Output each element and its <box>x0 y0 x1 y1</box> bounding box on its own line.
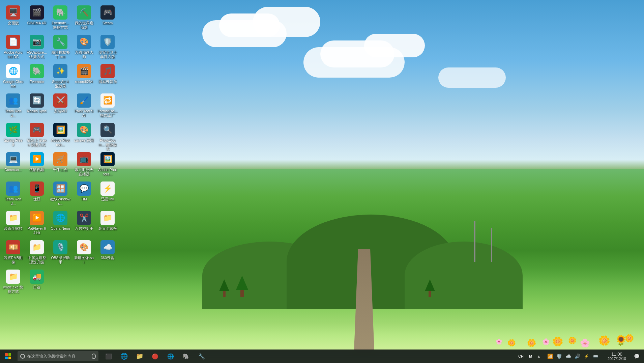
tray-cloud[interactable]: ☁️ <box>564 350 573 363</box>
desktop-icon-icon-1[interactable]: 🎬 CINEMA 4D <box>25 3 48 32</box>
icon-image-icon-25: 💻 <box>6 152 20 166</box>
desktop-icon-icon-15[interactable]: 👥 Team Rend... <box>2 91 25 120</box>
icon-label-icon-9: 没安全卫士非官方版 <box>97 50 118 59</box>
desktop-icon-icon-26[interactable]: ▶️ 优酷视频 <box>25 150 48 179</box>
desktop-icon-icon-0[interactable]: 🖥️ 桌面版 <box>2 3 25 32</box>
windows-logo-red <box>5 353 8 356</box>
desktop-icon-icon-21[interactable]: 🎮 搞站上 i9.exe 快捷方式 <box>25 121 48 149</box>
desktop-icon-icon-13[interactable]: 🎬 recordit264 <box>72 62 95 91</box>
tray-shield[interactable]: 🛡️ <box>555 350 563 363</box>
tray-keyboard[interactable]: ⌨️ <box>592 350 600 363</box>
desktop-icon-icon-7[interactable]: 🔧 崩坏授权补丁.exe <box>49 33 72 61</box>
icon-image-icon-22: 🖼️ <box>53 123 67 137</box>
icon-image-icon-7: 🔧 <box>53 35 67 49</box>
power-pole-1 <box>474 221 475 262</box>
taskbar-tool[interactable]: 🔧 <box>194 350 209 363</box>
icon-label-icon-0: 桌面版 <box>8 21 19 25</box>
desktop-icon-icon-12[interactable]: ✨ Snap Art 4 混效果 <box>49 62 72 91</box>
tray-volume[interactable]: 🔊 <box>574 350 582 363</box>
desktop-icon-icon-31[interactable]: 📱 优豆 <box>25 179 48 208</box>
desktop-icon-icon-41[interactable]: 📁 中省提速整理迭升级 <box>25 238 48 267</box>
desktop-icon-icon-11[interactable]: 🐘 Evernote <box>25 62 48 91</box>
microphone-icon <box>92 354 96 359</box>
icon-image-icon-1: 🎬 <box>30 5 44 20</box>
icon-image-icon-2: 🐘 <box>53 5 67 20</box>
desktop-icon-icon-30[interactable]: 👥 Team Rend... <box>2 179 25 208</box>
desktop-icon-icon-14[interactable]: 🎵 网易云音乐 <box>96 62 119 91</box>
language-indicator[interactable]: CH <box>516 350 526 363</box>
desktop-icon-icon-39[interactable]: 📁 装置全家裤 <box>96 209 119 238</box>
desktop-icon-icon-2[interactable]: 🐘 Evernote...快捷方式 <box>49 3 72 32</box>
desktop-icon-icon-29[interactable]: 🖼️ Adobe Photodis... <box>96 150 119 179</box>
desktop-icon-icon-19[interactable]: 🔁 FormatFac...格式工厂 <box>96 91 119 120</box>
icon-image-icon-40: 💴 <box>6 240 20 254</box>
start-button[interactable] <box>0 350 16 363</box>
icon-image-icon-27: 🛒 <box>53 152 67 166</box>
desktop-icon-icon-32[interactable]: 🪟 微软Windows... <box>49 179 72 208</box>
icon-image-icon-10: 🌐 <box>6 64 20 78</box>
desktop-icon-icon-5[interactable]: 📄 Adobe Acrobat DC <box>2 33 25 61</box>
desktop-icon-icon-34[interactable]: ⚡ 迅雷.lnk <box>96 179 119 208</box>
desktop-icon-icon-17[interactable]: ⚔️ 安装MU <box>49 91 72 120</box>
tray-power[interactable]: ⚡ <box>583 350 591 363</box>
icon-image-icon-0: 🖥️ <box>6 5 20 20</box>
icon-label-icon-38: 万兴神剪手 <box>75 226 93 231</box>
icon-label-icon-10: Google Chrome <box>3 80 23 88</box>
desktop-icon-icon-20[interactable]: 🌿 Spring Free 8 <box>2 121 25 149</box>
tray-separator-1 <box>544 353 544 360</box>
desktop-icon-icon-16[interactable]: 🔄 Reallio Sync <box>25 91 48 120</box>
desktop: 🌼 🌸 🌼 🌼 🌸 🌼 🌻 🌼 🌼 🌸 🖥️ 桌面版 🎬 CINEMA 4D 🐘… <box>0 0 644 363</box>
icon-label-icon-39: 装置全家裤 <box>98 226 117 231</box>
desktop-icon-icon-23[interactable]: 🎨 sai.exe 好用 <box>72 121 95 149</box>
desktop-icon-icon-40[interactable]: 💴 装置RMB图像 <box>2 238 25 267</box>
desktop-icon-icon-27[interactable]: 🛒 千牛工台 <box>49 150 72 179</box>
desktop-icon-icon-9[interactable]: 🛡️ 没安全卫士非官方版 <box>96 33 119 61</box>
desktop-icon-icon-28[interactable]: 📺 歌元时光天直播器 <box>72 150 95 179</box>
taskbar-file-explorer[interactable]: 📁 <box>132 350 147 363</box>
desktop-icon-icon-33[interactable]: 💬 TIM <box>72 179 95 208</box>
desktop-icon-icon-36[interactable]: ▶️ PotPlayer 64 bit <box>25 209 48 238</box>
icon-label-icon-32: 微软Windows... <box>50 197 70 205</box>
icon-label-icon-28: 歌元时光天直播器 <box>74 168 94 176</box>
desktop-icon-icon-45[interactable]: 📁 ymde.exe 快捷方式 <box>2 268 25 296</box>
icon-image-icon-45: 📁 <box>6 270 20 284</box>
desktop-icon-icon-3[interactable]: ⛏️ 我的世界启动器 <box>72 3 95 32</box>
desktop-icon-icon-18[interactable]: 🖌️ Paint Tool SAI <box>72 91 95 120</box>
taskbar-app-red[interactable]: 🔴 <box>148 350 163 363</box>
icon-label-icon-7: 崩坏授权补丁.exe <box>50 50 70 59</box>
clock[interactable]: 11:00 2017/12/10 <box>604 350 630 363</box>
icon-image-icon-37: 🌐 <box>53 211 67 225</box>
desktop-icon-icon-6[interactable]: 📷 FSCapture...快捷方式 <box>25 33 48 61</box>
desktop-icon-icon-37[interactable]: 🌐 Opera Neon <box>49 209 72 238</box>
cloud-1c <box>253 7 320 37</box>
icon-label-icon-11: Evernote <box>30 80 44 84</box>
notification-center-button[interactable]: 💬 <box>631 350 643 363</box>
desktop-icon-icon-35[interactable]: 📁 装置全家拉 <box>2 209 25 238</box>
taskbar-evernote[interactable]: 🐘 <box>179 350 194 363</box>
tray-network[interactable]: 📶 <box>546 350 554 363</box>
desktop-icon-icon-46[interactable]: 🚚 日达 <box>25 268 48 296</box>
taskbar-chrome[interactable]: 🌐 <box>163 350 178 363</box>
search-icon <box>20 354 25 359</box>
desktop-icon-icon-8[interactable]: 🎨 万彩动画大师 <box>72 33 95 61</box>
desktop-icon-icon-22[interactable]: 🖼️ Adobe Photosh... <box>49 121 72 149</box>
desktop-icon-icon-44[interactable]: ☁️ 360云盘 <box>96 238 119 267</box>
desktop-icon-icon-38[interactable]: ✂️ 万兴神剪手 <box>72 209 95 238</box>
desktop-icon-icon-10[interactable]: 🌐 Google Chrome <box>2 62 25 91</box>
icon-image-icon-19: 🔁 <box>100 93 115 108</box>
taskbar-search[interactable]: 在这里输入你想搜索的内容 <box>18 351 98 361</box>
show-hidden-icons-button[interactable]: ▲ <box>536 350 542 363</box>
icon-label-icon-1: CINEMA 4D <box>27 21 47 25</box>
task-view-button[interactable]: ⬛ <box>101 350 116 363</box>
icon-image-icon-44: ☁️ <box>100 240 115 254</box>
desktop-icon-icon-25[interactable]: 💻 Comman... <box>2 150 25 179</box>
ime-indicator[interactable]: M <box>527 350 535 363</box>
taskbar-browser[interactable]: 🌐 <box>117 350 131 363</box>
tray-separator-2 <box>602 353 602 360</box>
desktop-icon-icon-4[interactable]: 🎮 Steam <box>96 3 119 32</box>
icon-label-icon-24: PhotoZoom... 超级放大 <box>97 138 118 151</box>
desktop-icon-icon-24[interactable]: 🔍 PhotoZoom... 超级放大 <box>96 121 119 149</box>
icon-label-icon-30: Team Rend... <box>3 197 23 205</box>
desktop-icon-icon-42[interactable]: 🎙️ OBS绿屏助手 <box>49 238 72 267</box>
desktop-icon-icon-43[interactable]: 🎨 新建图像.sai <box>72 238 95 267</box>
